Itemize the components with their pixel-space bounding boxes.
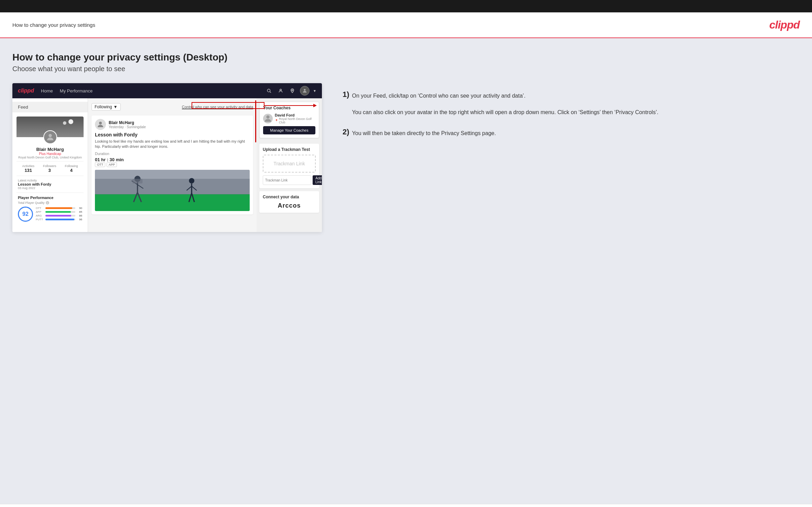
inner-layout: clippd Home My Performance — [12, 83, 800, 232]
pp-quality-label: Total Player Quality i — [18, 201, 82, 205]
app-nav-home[interactable]: Home — [41, 88, 53, 93]
site-footer: Copyright Clippd 2022 — [0, 504, 812, 507]
following-button[interactable]: Following ▼ — [91, 103, 121, 111]
instruction-step-1: 1) On your Feed, click/tap on ‘Control w… — [343, 90, 800, 117]
user-avatar-nav[interactable] — [300, 86, 310, 96]
pp-bars: OTT 90 APP 85 ARG 86 PUTT — [36, 207, 82, 222]
page-subtitle: Choose what you want people to see — [12, 65, 800, 73]
user-icon[interactable] — [277, 87, 285, 95]
app-nav-performance[interactable]: My Performance — [60, 88, 93, 93]
site-header: How to change your privacy settings clip… — [0, 12, 812, 38]
svg-point-23 — [266, 115, 269, 119]
pp-bar-value: 96 — [77, 218, 82, 221]
activity-duration-value: 01 hr : 30 min — [95, 157, 250, 162]
tag-app: APP — [107, 162, 117, 167]
trackman-add-button[interactable]: Add Link — [313, 175, 322, 185]
connect-title: Connect your data — [263, 195, 316, 199]
coach-avatar — [263, 114, 273, 123]
user-banner — [17, 117, 84, 137]
site-logo: clippd — [769, 19, 800, 31]
activity-title: Lesson with Fordy — [95, 132, 250, 137]
svg-point-0 — [267, 89, 270, 92]
coaches-title: Your Coaches — [263, 106, 315, 110]
activity-duration-label: Duration — [95, 152, 250, 156]
stat-activities: Activities 131 — [22, 164, 34, 173]
info-icon: i — [46, 201, 49, 205]
pp-bar-label: OTT — [36, 207, 44, 210]
privacy-control-link[interactable]: Control who can see your activity and da… — [182, 105, 253, 109]
coaches-widget: Your Coaches David Ford — [259, 102, 319, 138]
instructions-panel: 1) On your Feed, click/tap on ‘Control w… — [336, 83, 800, 149]
connect-data-widget: Connect your data Arccos — [259, 191, 319, 213]
feed-tab[interactable]: Feed — [12, 102, 88, 112]
pp-bar-row: OTT 90 — [36, 207, 82, 210]
manage-coaches-button[interactable]: Manage Your Coaches — [263, 126, 315, 134]
pp-bar-fill — [45, 219, 74, 220]
search-icon[interactable] — [265, 87, 273, 95]
location-icon[interactable] — [288, 87, 296, 95]
stat-following: Following 4 — [65, 164, 78, 173]
activity-tags: OTT APP — [95, 162, 250, 167]
pp-bar-row: PUTT 96 — [36, 218, 82, 221]
avatar-chevron-icon: ▼ — [313, 89, 316, 93]
step1-subtext: You can also click on your avatar in the… — [352, 108, 659, 117]
top-bar — [0, 0, 812, 12]
pp-bar-value: 90 — [77, 207, 82, 210]
stat-followers-value: 3 — [43, 168, 56, 173]
svg-point-4 — [304, 89, 305, 91]
trackman-placeholder: Trackman Link — [266, 161, 312, 166]
coach-name: David Ford — [275, 113, 315, 117]
location-pin-icon: 📍 — [275, 119, 278, 122]
stat-followers: Followers 3 — [43, 164, 56, 173]
coach-details: David Ford 📍 Royal North Devon Golf Club — [275, 113, 315, 124]
step1-number: 1) — [343, 90, 349, 99]
breadcrumb: How to change your privacy settings — [12, 22, 95, 28]
app-main-feed: Following ▼ Control who can see your act… — [88, 98, 257, 232]
page-title: How to change your privacy settings (Des… — [12, 52, 800, 63]
stat-activities-value: 131 — [22, 168, 34, 173]
svg-point-2 — [280, 89, 282, 91]
activity-desc: Looking to feel like my hands are exitin… — [95, 139, 250, 150]
latest-activity-title: Lesson with Fordy — [18, 182, 82, 186]
pp-score-circle: 92 — [18, 207, 33, 222]
user-avatar-wrap — [43, 130, 57, 144]
svg-point-3 — [292, 90, 293, 91]
latest-activity-label: Latest Activity — [18, 179, 82, 182]
svg-point-6 — [99, 122, 102, 124]
trackman-input-area: Trackman Link — [263, 155, 316, 173]
player-performance: Player Performance Total Player Quality … — [17, 192, 84, 224]
user-profile-card: Blair McHarg Plus Handicap Royal North D… — [12, 112, 88, 229]
latest-activity: Latest Activity Lesson with Fordy 03 Aug… — [17, 176, 84, 192]
trackman-link-input[interactable] — [263, 175, 311, 185]
trackman-input-row: Add Link — [263, 175, 316, 185]
main-content: How to change your privacy settings (Des… — [0, 38, 812, 504]
stat-following-value: 4 — [65, 168, 78, 173]
step1-text: On your Feed, click/tap on ‘Control who … — [352, 91, 659, 100]
pp-bar-fill — [45, 215, 71, 217]
app-body: Feed — [12, 98, 322, 232]
following-bar: Following ▼ Control who can see your act… — [91, 102, 253, 112]
trackman-title: Upload a Trackman Test — [263, 147, 316, 152]
app-nav-icons: ▼ — [265, 86, 316, 96]
pp-bar-label: APP — [36, 210, 44, 213]
user-stats: Activities 131 Followers 3 Following 4 — [17, 161, 84, 176]
arccos-logo: Arccos — [263, 202, 316, 209]
pp-bar-label: PUTT — [36, 218, 44, 221]
activity-user-name: Blair McHarg — [109, 120, 146, 125]
svg-point-5 — [48, 134, 52, 137]
app-navbar: clippd Home My Performance — [12, 83, 322, 98]
svg-rect-9 — [95, 179, 250, 194]
activity-card: Blair McHarg Yesterday · Sunningdale Les… — [91, 115, 253, 214]
pp-bar-value: 86 — [77, 214, 82, 217]
pp-bar-row: APP 85 — [36, 210, 82, 213]
user-club: Royal North Devon Golf Club, United King… — [17, 156, 84, 159]
stat-followers-label: Followers — [43, 164, 56, 168]
step2-text: You will then be taken directly to the P… — [352, 129, 496, 138]
trackman-widget: Upload a Trackman Test Trackman Link Add… — [259, 144, 319, 188]
pp-bar-track — [45, 215, 75, 217]
user-handicap: Plus Handicap — [17, 152, 84, 156]
pp-bar-track — [45, 207, 75, 209]
pp-bar-fill — [45, 211, 71, 213]
pp-bar-row: ARG 86 — [36, 214, 82, 217]
instruction-step-2: 2) You will then be taken directly to th… — [343, 128, 800, 138]
